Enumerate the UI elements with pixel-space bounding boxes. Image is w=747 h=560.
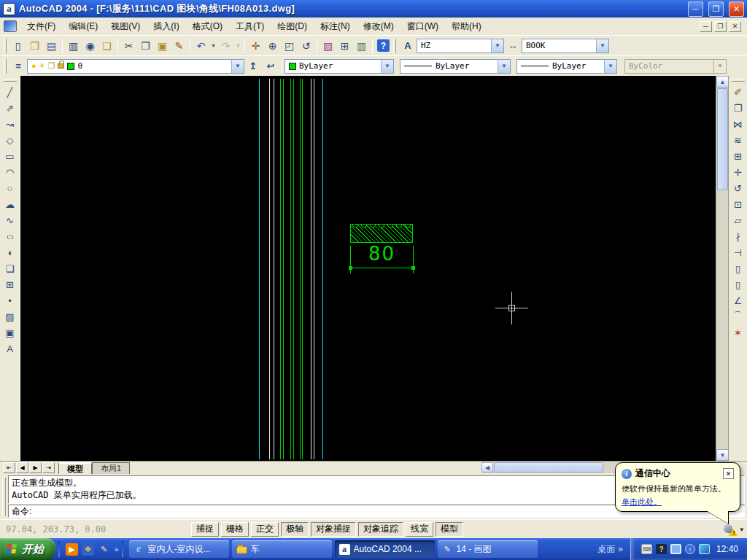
chamfer-button[interactable]: ∠ bbox=[729, 292, 747, 308]
ellipse-button[interactable]: ○ bbox=[1, 228, 19, 244]
text-style-combo[interactable]: HZ ▼ bbox=[417, 39, 504, 53]
drawing-file-icon[interactable] bbox=[4, 20, 17, 32]
redo-button[interactable]: ↷ bbox=[217, 37, 234, 54]
first-tab-button[interactable]: ⇤ bbox=[3, 462, 15, 473]
toolbar-grip[interactable] bbox=[732, 79, 745, 82]
paste-button[interactable]: ▣ bbox=[154, 37, 171, 54]
polygon-button[interactable]: ◇ bbox=[1, 132, 19, 148]
status-toggle-model-space[interactable]: 模型 bbox=[436, 522, 463, 537]
menu-item-9[interactable]: 修改(M) bbox=[357, 18, 400, 36]
tab-layout1[interactable]: 布局1 bbox=[92, 462, 130, 474]
clock[interactable]: 12:40 bbox=[716, 544, 738, 554]
quick-launch-more-chevron[interactable]: » bbox=[115, 545, 119, 553]
taskbar-task-3[interactable]: aAutoCAD 2004 ... bbox=[335, 540, 435, 558]
mdi-minimize-button[interactable]: ─ bbox=[700, 21, 712, 32]
undo-dropdown-button[interactable]: ▾ bbox=[209, 37, 217, 54]
chevron-down-icon[interactable]: ▼ bbox=[231, 60, 244, 73]
menu-item-8[interactable]: 标注(N) bbox=[314, 18, 357, 36]
balloon-close-button[interactable]: ✕ bbox=[723, 468, 734, 479]
horizontal-scroll-thumb[interactable] bbox=[494, 462, 603, 472]
ellipse-arc-button[interactable]: ◖ bbox=[1, 244, 19, 260]
chevron-down-icon[interactable]: ▼ bbox=[604, 60, 616, 73]
menu-item-6[interactable]: 工具(T) bbox=[229, 18, 271, 36]
status-toggle-ortho[interactable]: 正交 bbox=[251, 522, 279, 537]
match-properties-button[interactable]: ✎ bbox=[171, 37, 187, 54]
layer-on-bulb-icon[interactable]: ● bbox=[31, 62, 36, 70]
chevron-down-icon[interactable]: ▼ bbox=[596, 39, 608, 52]
menu-item-4[interactable]: 插入(I) bbox=[147, 18, 185, 36]
lineweight-combo[interactable]: ByLayer ▼ bbox=[516, 59, 617, 74]
plot-preview-button[interactable]: ◉ bbox=[82, 37, 98, 54]
undo-button[interactable]: ↶ bbox=[193, 37, 209, 54]
status-toggle-osnap[interactable]: 对象捕捉 bbox=[311, 522, 356, 537]
media-player-icon[interactable]: ▶ bbox=[66, 543, 78, 556]
layers-dialog-icon[interactable]: ≡ bbox=[11, 59, 26, 74]
help-button[interactable]: ? bbox=[375, 37, 392, 54]
next-tab-button[interactable]: ▶ bbox=[29, 462, 42, 473]
mirror-button[interactable]: ⋈ bbox=[729, 116, 747, 132]
prev-tab-button[interactable]: ◀ bbox=[16, 462, 28, 473]
desktop-more-chevron[interactable]: » bbox=[618, 544, 623, 554]
desktop-toolbar[interactable]: 桌面 » bbox=[590, 543, 630, 556]
layer-freeze-sun-icon[interactable]: ☀ bbox=[39, 62, 46, 70]
make-object-layer-current-icon[interactable]: ↥ bbox=[246, 59, 260, 74]
toolbar-grip[interactable] bbox=[4, 39, 7, 53]
trim-button[interactable]: ∤ bbox=[729, 228, 747, 244]
rectangle-button[interactable]: ▭ bbox=[1, 148, 19, 164]
keyboard-layout-icon[interactable]: ⌨ bbox=[641, 544, 652, 554]
minimize-button[interactable]: ─ bbox=[688, 1, 703, 17]
menu-item-1[interactable]: 文件(F) bbox=[20, 18, 62, 36]
break-button[interactable]: ▯ bbox=[729, 276, 747, 292]
help-tray-icon[interactable]: ? bbox=[656, 544, 667, 554]
insert-block-button[interactable]: ❏ bbox=[1, 260, 19, 276]
color-combo[interactable]: ByLayer ▼ bbox=[285, 59, 394, 74]
click-here-link[interactable]: 单击此处。 bbox=[622, 497, 662, 508]
taskbar-task-1[interactable]: e室内人-室内设... bbox=[129, 540, 229, 558]
tool-palettes-button[interactable]: ▥ bbox=[353, 37, 370, 54]
text-style-icon[interactable]: A bbox=[400, 39, 415, 53]
quick-launch-app-icon[interactable]: ❖ bbox=[82, 543, 94, 556]
layer-lock-icon[interactable] bbox=[58, 63, 64, 69]
layer-color-swatch[interactable] bbox=[67, 63, 74, 70]
start-button[interactable]: 开始 bbox=[0, 538, 55, 560]
last-tab-button[interactable]: ⇥ bbox=[42, 462, 55, 473]
toolbar-grip[interactable] bbox=[393, 39, 396, 53]
save-button[interactable]: ▤ bbox=[43, 37, 60, 54]
tray-collapse-chevron-icon[interactable]: ‹ bbox=[685, 544, 695, 554]
hatch-button[interactable]: ▨ bbox=[1, 308, 19, 324]
status-tray-caret[interactable]: ▾ bbox=[740, 526, 743, 533]
layer-previous-icon[interactable]: ↩ bbox=[263, 59, 278, 74]
array-button[interactable]: ⊞ bbox=[729, 148, 747, 164]
close-button[interactable]: ✕ bbox=[729, 1, 744, 17]
menu-item-7[interactable]: 绘图(D) bbox=[271, 18, 314, 36]
point-button[interactable]: • bbox=[1, 292, 19, 308]
status-toggle-grid[interactable]: 栅格 bbox=[221, 522, 249, 537]
drawing-canvas[interactable]: 80 ▲ ▼ bbox=[20, 76, 728, 461]
properties-button[interactable]: ▨ bbox=[320, 37, 336, 54]
tab-model[interactable]: 模型 bbox=[58, 462, 92, 474]
arc-button[interactable]: ◠ bbox=[1, 164, 19, 180]
pan-button[interactable]: ✛ bbox=[247, 37, 264, 54]
cut-button[interactable]: ✂ bbox=[120, 37, 137, 54]
construction-line-button[interactable]: ⇗ bbox=[1, 100, 19, 116]
spline-button[interactable]: ∿ bbox=[1, 212, 19, 228]
layer-vp-freeze-icon[interactable]: ❐ bbox=[48, 62, 55, 70]
move-button[interactable]: ✛ bbox=[729, 164, 747, 180]
status-toggle-otrack[interactable]: 对象追踪 bbox=[358, 522, 403, 537]
linetype-combo[interactable]: ByLayer ▼ bbox=[400, 59, 511, 74]
status-toggle-polar[interactable]: 极轴 bbox=[281, 522, 309, 537]
network-icon[interactable] bbox=[699, 544, 710, 554]
scroll-down-button[interactable]: ▼ bbox=[716, 449, 728, 461]
stretch-button[interactable]: ▱ bbox=[729, 212, 747, 228]
multiline-text-button[interactable]: A bbox=[1, 341, 19, 357]
scroll-left-button[interactable]: ◀ bbox=[481, 462, 493, 472]
zoom-realtime-button[interactable]: ⊕ bbox=[264, 37, 281, 54]
vertical-scrollbar[interactable]: ▲ ▼ bbox=[716, 76, 728, 461]
copy-object-button[interactable]: ❐ bbox=[729, 100, 747, 116]
zoom-window-button[interactable]: ◰ bbox=[281, 37, 298, 54]
vertical-scroll-thumb[interactable] bbox=[717, 88, 728, 190]
polyline-button[interactable]: ↝ bbox=[1, 116, 19, 132]
break-at-point-button[interactable]: ▯ bbox=[729, 260, 747, 276]
chevron-down-icon[interactable]: ▼ bbox=[491, 39, 503, 52]
make-block-button[interactable]: ⊞ bbox=[1, 276, 19, 292]
